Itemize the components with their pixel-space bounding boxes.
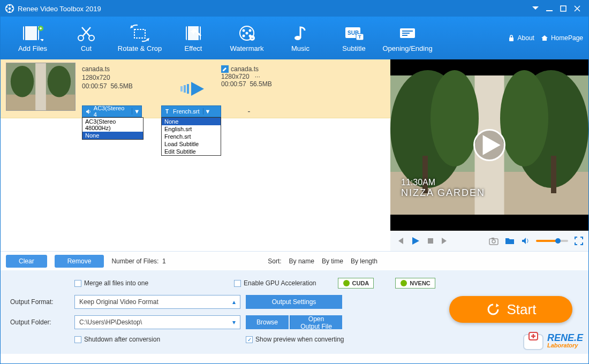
gpu-checkbox[interactable]: Enable GPU Acceleration bbox=[234, 279, 316, 287]
stop-icon[interactable] bbox=[427, 237, 434, 245]
svg-rect-9 bbox=[561, 6, 566, 11]
opening-ending-button[interactable]: Opening/Ending bbox=[381, 17, 434, 59]
output-folder-label: Output Folder: bbox=[10, 318, 69, 326]
next-track-icon[interactable] bbox=[441, 237, 449, 245]
svg-point-58 bbox=[343, 280, 350, 286]
svg-point-25 bbox=[250, 35, 255, 41]
music-icon bbox=[290, 24, 311, 42]
homepage-link[interactable]: HomePage bbox=[541, 34, 583, 42]
sort-by-time[interactable]: By time bbox=[322, 257, 343, 265]
chevron-down-icon: ▾ bbox=[232, 318, 236, 326]
subtitle-option[interactable]: Load Subtitle bbox=[162, 140, 221, 148]
svg-point-39 bbox=[48, 66, 71, 97]
subtitle-dropdown-list[interactable]: None English.srt French.srt Load Subtitl… bbox=[161, 117, 221, 156]
volume-slider[interactable] bbox=[536, 240, 568, 242]
output-format-label: Output Format: bbox=[10, 298, 69, 306]
subtitle-option[interactable]: Edit Subtitle bbox=[162, 148, 221, 155]
file-thumbnail bbox=[6, 63, 75, 111]
open-folder-icon[interactable] bbox=[505, 237, 515, 245]
sort-by-length[interactable]: By length bbox=[351, 257, 377, 265]
watermark-button[interactable]: Watermark bbox=[220, 17, 274, 59]
src-resolution: 1280x720 bbox=[82, 74, 168, 81]
toolbar-label: Subtitle bbox=[342, 44, 365, 52]
merge-checkbox[interactable]: Merge all files into one bbox=[74, 279, 148, 287]
open-output-button[interactable]: Open Output File bbox=[290, 315, 342, 329]
rotate-crop-icon bbox=[129, 24, 150, 42]
toolbar-label: Music bbox=[291, 44, 309, 52]
text-icon: T bbox=[165, 109, 171, 115]
rotate-crop-button[interactable]: Rotate & Crop bbox=[113, 17, 167, 59]
dropdown-window-icon[interactable] bbox=[528, 2, 542, 16]
toolbar-label: Cut bbox=[81, 44, 92, 52]
browse-button[interactable]: Browse bbox=[246, 315, 289, 329]
shutdown-checkbox[interactable]: Shutdown after conversion bbox=[74, 336, 160, 343]
volume-icon[interactable] bbox=[521, 237, 530, 245]
audio-track-dropdown[interactable]: AC3(Stereo 4 ▼ bbox=[82, 105, 142, 117]
svg-point-7 bbox=[6, 6, 7, 8]
toolbar-label: Add Files bbox=[18, 44, 47, 52]
toolbar-label: Opening/Ending bbox=[382, 44, 432, 52]
svg-point-6 bbox=[6, 10, 7, 11]
fullscreen-icon[interactable] bbox=[575, 237, 583, 245]
edit-icon[interactable] bbox=[221, 65, 229, 73]
sort-by-name[interactable]: By name bbox=[289, 257, 314, 265]
preview-checkbox[interactable]: ✓Show preview when converting bbox=[246, 336, 344, 343]
svg-rect-35 bbox=[509, 37, 514, 41]
close-icon[interactable] bbox=[570, 2, 584, 16]
add-files-button[interactable]: Add Files bbox=[6, 17, 59, 59]
subtitle-option[interactable]: French.srt bbox=[162, 133, 221, 140]
svg-point-56 bbox=[492, 240, 495, 243]
clear-button[interactable]: Clear bbox=[6, 255, 47, 268]
play-overlay-icon[interactable] bbox=[473, 129, 505, 161]
svg-rect-33 bbox=[402, 33, 410, 34]
speaker-icon bbox=[86, 109, 92, 115]
svg-rect-57 bbox=[492, 238, 494, 239]
status-dash: - bbox=[228, 105, 270, 117]
audio-option[interactable]: None bbox=[82, 132, 143, 139]
snapshot-icon[interactable] bbox=[489, 237, 499, 245]
svg-rect-54 bbox=[428, 238, 433, 244]
src-dur-size: 00:00:57 56.5MB bbox=[82, 82, 168, 90]
svg-rect-34 bbox=[402, 35, 407, 36]
svg-rect-17 bbox=[187, 26, 188, 40]
subtitle-option[interactable]: English.srt bbox=[162, 125, 221, 133]
lock-icon bbox=[508, 34, 515, 42]
output-format-combo[interactable]: Keep Original Video Format ▴ bbox=[74, 295, 240, 309]
music-button[interactable]: Music bbox=[274, 17, 327, 59]
maximize-icon[interactable] bbox=[556, 2, 570, 16]
subtitle-option[interactable]: None bbox=[162, 118, 221, 125]
svg-point-50 bbox=[431, 70, 479, 166]
output-folder-combo[interactable]: C:\Users\HP\Desktop\ ▾ bbox=[74, 315, 240, 329]
preview-player[interactable]: 11:30AM NIZZA GARDEN bbox=[390, 59, 588, 231]
src-filename: canada.ts bbox=[82, 65, 168, 73]
chevron-up-icon: ▴ bbox=[232, 298, 236, 306]
out-filename-row: canada.ts bbox=[221, 65, 307, 73]
minimize-icon[interactable] bbox=[542, 2, 556, 16]
svg-rect-42 bbox=[187, 84, 189, 94]
audio-dropdown-list[interactable]: AC3(Stereo 48000Hz) None bbox=[82, 117, 144, 140]
brand-logo: RENE.E Laboratory bbox=[523, 331, 583, 351]
toolbar-label: Effect bbox=[184, 44, 202, 52]
remove-button[interactable]: Remove bbox=[55, 255, 104, 268]
svg-text:T: T bbox=[358, 34, 361, 40]
output-settings-button[interactable]: Output Settings bbox=[246, 295, 342, 309]
about-link[interactable]: About bbox=[508, 34, 534, 42]
cut-button[interactable]: Cut bbox=[59, 17, 113, 59]
svg-rect-32 bbox=[402, 31, 413, 32]
watermark-icon bbox=[236, 24, 258, 42]
nvenc-badge: NVENC bbox=[395, 278, 435, 289]
chevron-down-icon: ▼ bbox=[132, 108, 141, 115]
svg-rect-40 bbox=[180, 86, 183, 92]
prev-track-icon[interactable] bbox=[396, 237, 404, 245]
svg-point-21 bbox=[249, 29, 252, 32]
homepage-label: HomePage bbox=[551, 34, 583, 42]
effect-button[interactable]: Effect bbox=[167, 17, 220, 59]
svg-point-4 bbox=[12, 10, 13, 11]
play-icon[interactable] bbox=[411, 236, 420, 246]
svg-point-20 bbox=[243, 29, 245, 32]
preview-overlay-text: 11:30AM NIZZA GARDEN bbox=[401, 178, 485, 199]
subtitle-button[interactable]: SUBT Subtitle bbox=[327, 17, 381, 59]
audio-option[interactable]: AC3(Stereo 48000Hz) bbox=[82, 118, 143, 132]
subtitle-dropdown[interactable]: TFrench.srt ▼ bbox=[161, 105, 221, 117]
start-button[interactable]: Start bbox=[449, 296, 572, 323]
